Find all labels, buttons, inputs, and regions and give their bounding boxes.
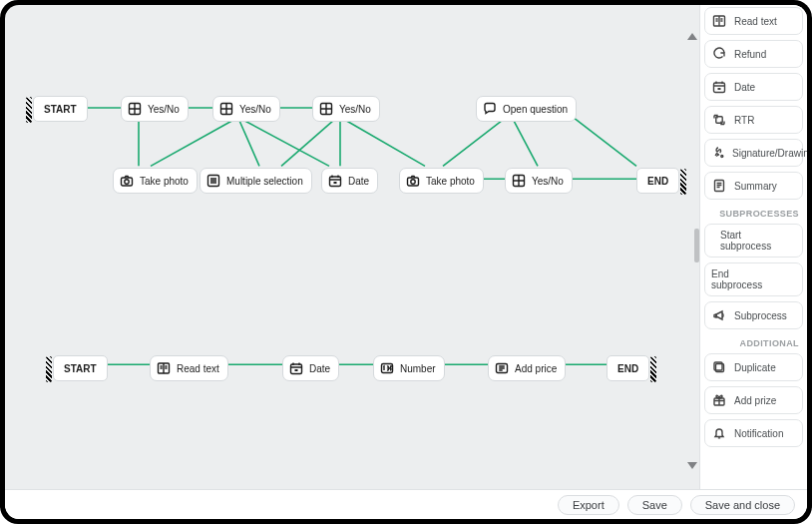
scroll-up-icon[interactable] (687, 33, 697, 40)
node-date-1[interactable]: Date (321, 168, 378, 194)
sidebar-label: Notification (734, 428, 783, 439)
node-yesno-3[interactable]: Yes/No (312, 96, 380, 122)
node-add-price[interactable]: Add price (488, 355, 566, 381)
book-icon (157, 361, 171, 375)
sidebar-label: End subprocess (711, 268, 762, 290)
list-icon (206, 174, 220, 188)
sidebar-item-notification[interactable]: Notification (704, 419, 803, 447)
label: END (617, 363, 638, 374)
footer-bar: Export Save Save and close (5, 489, 807, 519)
gift-icon (711, 392, 727, 408)
node-label: Yes/No (148, 104, 180, 115)
sidebar-label: Refund (734, 49, 766, 60)
node-take-photo-2[interactable]: Take photo (399, 168, 484, 194)
signature-icon (711, 145, 725, 161)
node-label: Take photo (140, 176, 189, 187)
export-button[interactable]: Export (558, 495, 619, 515)
node-open-question[interactable]: Open question (476, 96, 577, 122)
sidebar-item-rtr[interactable]: RTR (704, 106, 803, 134)
flow2-start[interactable]: START (53, 355, 108, 381)
sidebar-label: Add prize (734, 395, 776, 406)
flow2-end[interactable]: END (607, 355, 649, 381)
svg-line-26 (514, 121, 538, 167)
price-icon (495, 361, 509, 375)
sidebar-item-end-subprocess[interactable]: End subprocess (704, 262, 803, 296)
svg-line-19 (244, 121, 329, 167)
announce-icon (711, 307, 727, 323)
sidebar-heading-additional: ADDITIONAL (704, 334, 803, 348)
grid-icon (219, 102, 233, 116)
calendar-icon (328, 174, 342, 188)
svg-line-21 (281, 121, 333, 167)
grid-icon (128, 102, 142, 116)
node-label: Yes/No (239, 104, 271, 115)
calendar-icon (711, 79, 727, 95)
book-icon (711, 13, 727, 29)
node-label: Take photo (426, 176, 475, 187)
camera-icon (120, 174, 134, 188)
save-and-close-button[interactable]: Save and close (690, 495, 795, 515)
camera-icon (406, 174, 420, 188)
sidebar-label: Subprocess (734, 310, 787, 321)
sidebar-item-duplicate[interactable]: Duplicate (704, 353, 803, 381)
node-label: Date (309, 363, 330, 374)
node-label: Date (348, 176, 369, 187)
sidebar-item-start-subprocess[interactable]: Start subprocess (704, 224, 803, 258)
calendar-icon (289, 361, 303, 375)
node-date-2[interactable]: Date (282, 355, 339, 381)
svg-line-25 (443, 121, 502, 167)
node-yesno-4[interactable]: Yes/No (505, 168, 573, 194)
chat-icon (483, 102, 497, 116)
node-multiple-selection[interactable]: Multiple selection (200, 168, 312, 194)
label: END (647, 176, 668, 187)
node-label: Number (400, 363, 436, 374)
sidebar-label: Duplicate (734, 362, 776, 373)
duplicate-icon (711, 359, 727, 375)
sidebar-label: Read text (734, 16, 777, 27)
grid-icon (319, 102, 333, 116)
rtr-icon (711, 112, 727, 128)
sidebar-item-refund[interactable]: Refund (704, 40, 803, 68)
grid-icon (512, 174, 526, 188)
node-label: Open question (503, 104, 568, 115)
sidebar-item-signature[interactable]: Signature/Drawing (704, 139, 803, 167)
summary-icon (711, 178, 727, 194)
svg-line-23 (346, 121, 425, 167)
node-number[interactable]: Number (373, 355, 445, 381)
sidebar-item-add-prize[interactable]: Add prize (704, 386, 803, 414)
sidebar-item-read-text[interactable]: Read text (704, 7, 803, 35)
save-button[interactable]: Save (627, 495, 682, 515)
sidebar-label: RTR (734, 115, 754, 126)
sidebar-label: Date (734, 82, 755, 93)
sidebar-label: Start subprocess (720, 230, 771, 252)
node-yesno-2[interactable]: Yes/No (212, 96, 280, 122)
component-sidebar: Read text Refund Date RTR Signature/Draw… (699, 5, 807, 489)
sidebar-item-subprocess[interactable]: Subprocess (704, 301, 803, 329)
number-icon (380, 361, 394, 375)
node-label: Yes/No (339, 104, 371, 115)
flow-canvas[interactable]: START Yes/No Yes/No Yes/No Open question (5, 5, 699, 489)
svg-line-17 (151, 121, 232, 167)
sidebar-label: Summary (734, 181, 777, 192)
node-label: Add price (515, 363, 557, 374)
flow1-start[interactable]: START (33, 96, 88, 122)
bell-icon (711, 425, 727, 441)
svg-line-18 (239, 121, 259, 167)
label: START (44, 104, 77, 115)
label: START (64, 363, 97, 374)
sidebar-item-summary[interactable]: Summary (704, 172, 803, 200)
node-read-text[interactable]: Read text (150, 355, 228, 381)
flow1-end[interactable]: END (636, 168, 679, 194)
sidebar-label: Signature/Drawing (732, 148, 807, 159)
node-label: Multiple selection (226, 176, 303, 187)
node-yesno-1[interactable]: Yes/No (121, 96, 189, 122)
sidebar-heading-subprocesses: SUBPROCESSES (704, 205, 803, 219)
node-label: Read text (177, 363, 219, 374)
refund-icon (711, 46, 727, 62)
sidebar-item-date[interactable]: Date (704, 73, 803, 101)
scroll-down-icon[interactable] (687, 462, 697, 469)
node-label: Yes/No (532, 176, 564, 187)
node-take-photo-1[interactable]: Take photo (113, 168, 198, 194)
